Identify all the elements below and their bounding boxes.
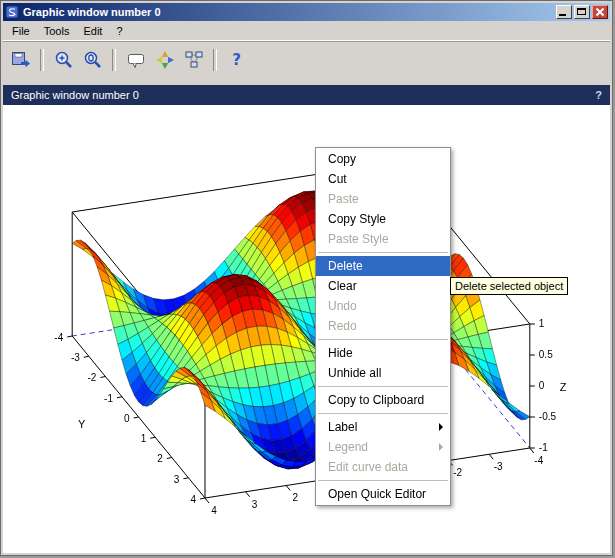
export-icon: [10, 49, 32, 71]
menu-item-label: Paste Style: [328, 232, 389, 246]
menu-item-label: Redo: [328, 319, 357, 333]
close-button[interactable]: [592, 5, 608, 19]
toolbar: ?: [3, 41, 610, 77]
zoom-in-icon: [53, 49, 75, 71]
rotate-3d-button[interactable]: [151, 46, 178, 73]
context-menu-item-copy-style[interactable]: Copy Style: [316, 209, 450, 229]
title-bar[interactable]: Graphic window number 0: [3, 3, 610, 21]
context-menu-item-paste-style: Paste Style: [316, 229, 450, 249]
menu-separator: [318, 480, 448, 481]
menu-separator: [318, 413, 448, 414]
context-menu-item-copy-to-clipboard[interactable]: Copy to Clipboard: [316, 390, 450, 410]
surface-plot-canvas[interactable]: [3, 105, 610, 553]
unzoom-icon: [82, 49, 104, 71]
minimize-button[interactable]: [556, 5, 572, 19]
menu-item-label: Cut: [328, 172, 347, 186]
toolbar-separator: [40, 49, 44, 71]
context-menu-item-redo: Redo: [316, 316, 450, 336]
context-menu-item-hide[interactable]: Hide: [316, 343, 450, 363]
plot-area[interactable]: [3, 105, 610, 553]
toolbar-separator: [213, 49, 217, 71]
menu-separator: [318, 252, 448, 253]
minimize-icon: [559, 14, 566, 16]
context-menu-item-clear[interactable]: Clear: [316, 276, 450, 296]
menu-item-label: Undo: [328, 299, 357, 313]
menu-item-label: Hide: [328, 346, 353, 360]
menu-item-label: Copy Style: [328, 212, 386, 226]
info-bar: Graphic window number 0 ?: [3, 85, 610, 105]
original-view-button[interactable]: [79, 46, 106, 73]
menu-item-label: Legend: [328, 440, 368, 454]
menu-bar: FileToolsEdit?: [3, 21, 610, 41]
context-menu-item-delete[interactable]: Delete: [316, 256, 450, 276]
datatip-icon: [125, 49, 147, 71]
context-menu-item-edit-curve-data: Edit curve data: [316, 457, 450, 477]
menu-item-label: Paste: [328, 192, 359, 206]
submenu-arrow-icon: [439, 443, 443, 451]
context-menu: CopyCutPasteCopy StylePaste StyleDeleteC…: [315, 147, 451, 506]
menu-item-label: Edit curve data: [328, 460, 408, 474]
menu-item-label: Unhide all: [328, 366, 381, 380]
close-icon: [593, 6, 607, 18]
menu-item-label: Label: [328, 420, 357, 434]
menu-item-label: Delete: [328, 259, 363, 273]
window-controls: [556, 5, 608, 19]
menu-item-label: Clear: [328, 279, 357, 293]
maximize-icon: [577, 8, 586, 15]
menu-tools[interactable]: Tools: [37, 23, 77, 39]
help-button[interactable]: ?: [223, 46, 250, 73]
datatip-button[interactable]: [122, 46, 149, 73]
app-icon: [5, 5, 19, 19]
export-figure-button[interactable]: [7, 46, 34, 73]
submenu-arrow-icon: [439, 423, 443, 431]
info-help-icon[interactable]: ?: [595, 89, 602, 101]
context-menu-item-copy[interactable]: Copy: [316, 149, 450, 169]
tooltip: Delete selected object: [450, 277, 568, 295]
menu-item-label: Open Quick Editor: [328, 487, 426, 501]
info-bar-title: Graphic window number 0: [11, 89, 139, 101]
graphic-window: Graphic window number 0 FileToolsEdit? ?…: [0, 0, 613, 556]
menu-item-label: Copy: [328, 152, 356, 166]
menu-file[interactable]: File: [5, 23, 37, 39]
help-icon: ?: [232, 51, 241, 69]
graphics-editor-button[interactable]: [180, 46, 207, 73]
menu-item-label: Copy to Clipboard: [328, 393, 424, 407]
menu-separator: [318, 339, 448, 340]
context-menu-item-label[interactable]: Label: [316, 417, 450, 437]
window-title: Graphic window number 0: [23, 6, 556, 18]
toolbar-separator: [112, 49, 116, 71]
context-menu-item-cut[interactable]: Cut: [316, 169, 450, 189]
menu-separator: [318, 386, 448, 387]
menu-help[interactable]: ?: [109, 23, 129, 39]
context-menu-item-paste: Paste: [316, 189, 450, 209]
menu-edit[interactable]: Edit: [76, 23, 109, 39]
toolbar-gap: [3, 77, 610, 85]
context-menu-item-unhide-all[interactable]: Unhide all: [316, 363, 450, 383]
rotate-icon: [154, 49, 176, 71]
context-menu-item-legend: Legend: [316, 437, 450, 457]
zoom-in-button[interactable]: [50, 46, 77, 73]
maximize-button[interactable]: [574, 5, 590, 19]
graph-editor-icon: [183, 49, 205, 71]
context-menu-item-open-quick-editor[interactable]: Open Quick Editor: [316, 484, 450, 504]
context-menu-item-undo: Undo: [316, 296, 450, 316]
